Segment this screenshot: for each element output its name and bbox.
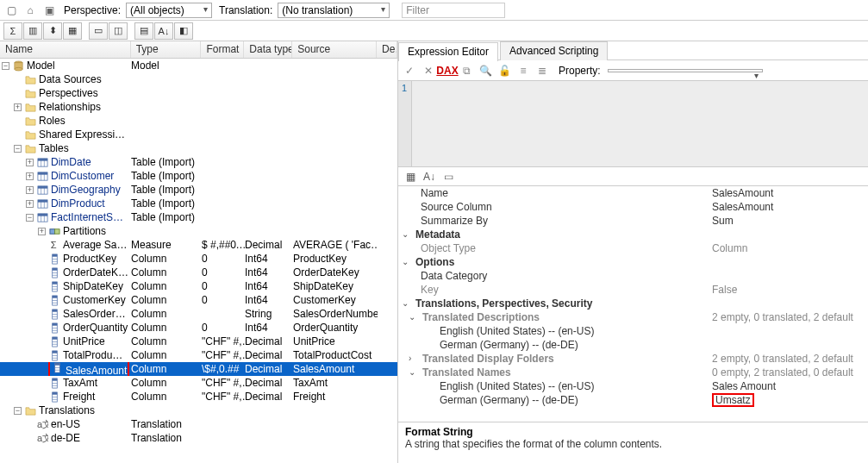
tree-button[interactable]: ◧ xyxy=(174,22,193,40)
copy-icon[interactable]: ⧉ xyxy=(459,63,474,78)
tree-row-datasources[interactable]: Data Sources xyxy=(0,72,397,86)
folder-icon xyxy=(24,142,36,154)
tree-row-tables[interactable]: Tables xyxy=(0,141,397,155)
tree-row-dimdate[interactable]: DimDateTable (Import) xyxy=(0,155,397,169)
prop-row-translated-folders[interactable]: ›Translated Display Folders2 empty, 0 tr… xyxy=(398,352,868,366)
tree-row-customerkey[interactable]: CustomerKeyColumn0Int64CustomerKey xyxy=(0,293,397,307)
alphabetical-icon[interactable]: A↓ xyxy=(421,169,438,185)
tab-expression-editor[interactable]: Expression Editor xyxy=(398,42,498,61)
indent-icon[interactable]: ≡ xyxy=(515,63,531,78)
open-icon[interactable]: ⌂ xyxy=(22,3,38,18)
view-toolbar: Σ ▥ ⬍ ▦ ▭ ◫ ▤ A↓ ◧ xyxy=(0,21,868,41)
new-icon[interactable]: ▢ xyxy=(3,3,19,18)
header-type[interactable]: Type xyxy=(131,41,202,58)
expander-icon[interactable] xyxy=(2,62,9,70)
column-icon xyxy=(48,308,60,320)
property-pages-icon[interactable]: ▭ xyxy=(440,169,457,185)
property-combo[interactable] xyxy=(608,69,763,72)
translation-icon xyxy=(36,432,48,444)
tab-advanced-scripting[interactable]: Advanced Scripting xyxy=(500,41,608,60)
sort-button[interactable]: A↓ xyxy=(154,22,173,40)
expression-editor-textarea[interactable]: 1 xyxy=(398,81,868,167)
tree-row-sharedexpr[interactable]: Shared Expressi… xyxy=(0,128,397,141)
prop-cat-tps[interactable]: ⌄Translations, Perspectives, Security xyxy=(398,297,868,310)
tree-row-dimgeography[interactable]: DimGeographyTable (Import) xyxy=(0,183,397,197)
prop-row-td-en: English (United States) -- (en-US) xyxy=(398,324,868,338)
column-icon xyxy=(48,377,60,389)
column-icon xyxy=(48,294,60,306)
expander-icon[interactable] xyxy=(26,172,34,180)
accept-icon[interactable]: ✓ xyxy=(402,63,417,78)
tree-row-factinternet[interactable]: FactInternetS…Table (Import) xyxy=(0,210,397,224)
expander-icon[interactable] xyxy=(38,228,46,235)
layout-button[interactable]: ◫ xyxy=(109,22,128,40)
prop-cat-metadata[interactable]: ⌄Metadata xyxy=(398,228,868,241)
translation-icon xyxy=(36,418,48,430)
tree-row-taxamt[interactable]: TaxAmtColumn"CHF" #,…DecimalTaxAmt xyxy=(0,376,397,390)
hierarchy-button[interactable]: ⬍ xyxy=(43,22,62,40)
prop-row-summarize-by: Summarize BySum xyxy=(398,214,868,228)
tree-row-de-de[interactable]: de-DETranslation xyxy=(0,431,397,445)
tree-row-dimcustomer[interactable]: DimCustomerTable (Import) xyxy=(0,169,397,183)
tree-row-roles[interactable]: Roles xyxy=(0,114,397,128)
tree-row-unitprice[interactable]: UnitPriceColumn"CHF" #,…DecimalUnitPrice xyxy=(0,335,397,348)
categorized-icon[interactable]: ▦ xyxy=(402,169,419,185)
expander-icon[interactable] xyxy=(14,103,22,111)
expander-icon[interactable] xyxy=(26,214,34,222)
header-source[interactable]: Source xyxy=(292,41,377,58)
dax-button[interactable]: DAX xyxy=(440,63,455,78)
property-grid[interactable]: NameSalesAmount Source ColumnSalesAmount… xyxy=(398,186,868,422)
tree-row-translations[interactable]: Translations xyxy=(0,404,397,417)
tree-row-salesamount[interactable]: SalesAmountColumn\$#,0.##DecimalSalesAmo… xyxy=(0,362,397,376)
expander-icon[interactable] xyxy=(14,407,22,415)
unlock-icon[interactable]: 🔓 xyxy=(496,63,512,78)
column-icon xyxy=(48,253,60,265)
header-datatype[interactable]: Data type xyxy=(244,41,292,58)
save-icon[interactable]: ▣ xyxy=(41,3,57,18)
tree-row-totalprod[interactable]: TotalProdu…Column"CHF" #,…DecimalTotalPr… xyxy=(0,348,397,362)
column-icon xyxy=(48,266,60,278)
tree-row-partitions[interactable]: Partitions xyxy=(0,224,397,238)
tree-row-perspectives[interactable]: Perspectives xyxy=(0,86,397,100)
perspective-combo[interactable]: (All objects) xyxy=(126,3,212,18)
expander-icon[interactable] xyxy=(26,200,34,208)
tree-row-orderqty[interactable]: OrderQuantityColumn0Int64OrderQuantity xyxy=(0,321,397,335)
expander-icon[interactable] xyxy=(26,159,34,166)
sigma-button[interactable]: Σ xyxy=(3,22,22,40)
header-desc[interactable]: De… xyxy=(377,41,397,58)
prop-row-source-column: Source ColumnSalesAmount xyxy=(398,200,868,214)
table-icon xyxy=(36,197,48,210)
tree-row-freight[interactable]: FreightColumn"CHF" #,…DecimalFreight xyxy=(0,390,397,404)
expander-icon[interactable] xyxy=(26,186,34,194)
tree-row-salesorder[interactable]: SalesOrder…ColumnStringSalesOrderNumber xyxy=(0,307,397,321)
tree-row-relationships[interactable]: Relationships xyxy=(0,100,397,114)
tree-row-shipdatekey[interactable]: ShipDateKeyColumn0Int64ShipDateKey xyxy=(0,279,397,293)
column-icon xyxy=(48,322,60,334)
header-name[interactable]: Name xyxy=(0,41,131,58)
search-icon[interactable]: 🔍 xyxy=(478,63,493,78)
grid-button[interactable]: ▤ xyxy=(134,22,153,40)
tree-row-dimproduct[interactable]: DimProductTable (Import) xyxy=(0,197,397,210)
column-button[interactable]: ▥ xyxy=(23,22,42,40)
tree-row-productkey[interactable]: ProductKeyColumn0Int64ProductKey xyxy=(0,252,397,266)
folder-button[interactable]: ▭ xyxy=(89,22,108,40)
filter-input[interactable]: Filter xyxy=(402,3,505,18)
expander-icon[interactable] xyxy=(14,145,22,153)
tree-row-avg-sales[interactable]: Average Sa…Measure$ #,##0.…DecimalAVERAG… xyxy=(0,238,397,252)
prop-row-translated-descriptions[interactable]: ⌄Translated Descriptions2 empty, 0 trans… xyxy=(398,310,868,324)
tree-view[interactable]: Model Model Data Sources Perspectives Re… xyxy=(0,59,397,463)
tree-header: Name Type Format Data type Source De… xyxy=(0,41,397,59)
property-toolbar: ▦ A↓ ▭ xyxy=(398,167,868,186)
header-format[interactable]: Format xyxy=(201,41,244,58)
cancel-icon[interactable]: ✕ xyxy=(421,63,436,78)
tree-row-orderdatekey[interactable]: OrderDateK…Column0Int64OrderDateKey xyxy=(0,266,397,279)
package-button[interactable]: ▦ xyxy=(63,22,82,40)
tree-row-model[interactable]: Model Model xyxy=(0,59,397,72)
tree-row-en-us[interactable]: en-USTranslation xyxy=(0,417,397,431)
property-description: Format String A string that specifies th… xyxy=(398,422,868,463)
translation-combo[interactable]: (No translation) xyxy=(278,3,390,18)
outdent-icon[interactable]: ≣ xyxy=(534,63,550,78)
prop-row-translated-names[interactable]: ⌄Translated Names0 empty, 2 translated, … xyxy=(398,366,868,379)
prop-cat-options[interactable]: ⌄Options xyxy=(398,255,868,269)
folder-icon xyxy=(24,115,36,127)
